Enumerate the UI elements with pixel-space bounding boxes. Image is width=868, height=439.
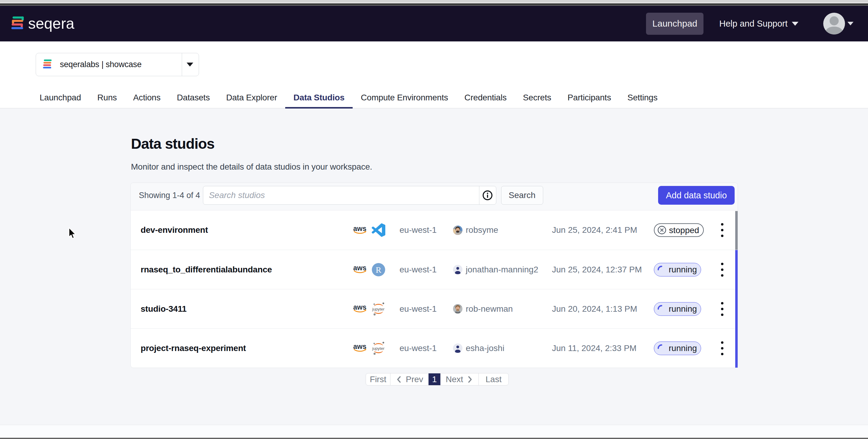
- pagination: First Prev 1 Next Last: [366, 373, 509, 385]
- user-avatar-photo: [453, 304, 462, 314]
- svg-text:aws: aws: [353, 225, 366, 232]
- page-title: Data studios: [131, 135, 214, 152]
- status-badge: stopped: [654, 223, 704, 237]
- region: eu-west-1: [400, 304, 437, 314]
- kebab-dot: [721, 223, 723, 225]
- svg-text:aws: aws: [353, 264, 366, 272]
- kebab-dot: [721, 234, 723, 237]
- status-label: running: [669, 265, 697, 275]
- tab-runs[interactable]: Runs: [89, 87, 125, 108]
- created-date: Jun 25, 2024, 2:41 PM: [552, 225, 637, 235]
- table-row[interactable]: rnaseq_to_differentialabundance aws: [131, 250, 738, 289]
- status-cell: running: [654, 341, 701, 355]
- user-cell: esha-joshi: [453, 343, 504, 353]
- add-data-studio-button[interactable]: Add data studio: [658, 186, 735, 205]
- table-row[interactable]: studio-3411 aws: [131, 289, 738, 328]
- tab-data-explorer[interactable]: Data Explorer: [218, 87, 285, 108]
- user-avatar: [823, 13, 845, 34]
- kebab-dot: [721, 229, 723, 231]
- tab-bar: Launchpad Runs Actions Datasets Data Exp…: [0, 87, 868, 108]
- platform-icons: aws: [353, 341, 385, 355]
- status-cell: running: [654, 302, 701, 316]
- running-spinner-icon: [657, 344, 666, 352]
- page-footer: [0, 425, 868, 438]
- user-menu[interactable]: [823, 13, 854, 34]
- chevron-down-icon: [847, 22, 854, 25]
- row-actions-kebab-menu[interactable]: [714, 218, 731, 242]
- user-avatar-photo: [453, 225, 462, 235]
- region: eu-west-1: [400, 343, 437, 353]
- svg-text:R: R: [376, 265, 381, 274]
- header-zone: seqeralabs | showcase Launchpad Runs Act…: [0, 41, 868, 108]
- help-and-support-menu[interactable]: Help and Support: [719, 19, 799, 29]
- region: eu-west-1: [400, 225, 437, 235]
- r-studio-icon: R: [372, 263, 385, 276]
- platform-icons: aws: [353, 223, 385, 237]
- studio-name[interactable]: dev-environment: [141, 225, 208, 235]
- tab-credentials[interactable]: Credentials: [456, 87, 515, 108]
- tab-data-studios[interactable]: Data Studios: [285, 87, 353, 108]
- tab-settings[interactable]: Settings: [619, 87, 666, 108]
- studio-name[interactable]: rnaseq_to_differentialabundance: [141, 265, 272, 275]
- running-spinner-icon: [657, 265, 666, 274]
- tab-compute-environments[interactable]: Compute Environments: [353, 87, 456, 108]
- divider: [182, 53, 182, 76]
- avatar-head-shape: [830, 16, 839, 25]
- workspace-dropdown-toggle[interactable]: [181, 53, 199, 76]
- tab-secrets[interactable]: Secrets: [515, 87, 559, 108]
- aws-logo-icon: aws: [353, 304, 368, 314]
- platform-icons: aws: [353, 302, 385, 316]
- tab-datasets[interactable]: Datasets: [169, 87, 218, 108]
- search-info-button[interactable]: [479, 186, 496, 205]
- brand-name: seqera: [28, 15, 74, 32]
- chevron-down-icon: [187, 63, 193, 66]
- status-label: running: [669, 343, 697, 353]
- row-actions-kebab-menu[interactable]: [714, 297, 731, 321]
- kebab-dot: [721, 341, 723, 344]
- user-cell: robsyme: [453, 225, 498, 235]
- tab-participants[interactable]: Participants: [559, 87, 619, 108]
- svg-text:aws: aws: [353, 343, 366, 350]
- status-badge: running: [654, 263, 701, 276]
- svg-text:aws: aws: [353, 304, 366, 311]
- kebab-dot: [721, 347, 723, 349]
- user-name: esha-joshi: [466, 343, 504, 353]
- status-label: running: [669, 304, 697, 314]
- studio-name[interactable]: studio-3411: [141, 304, 187, 314]
- search-button[interactable]: Search: [501, 186, 543, 205]
- scrollbar-thumb-gray[interactable]: [735, 211, 738, 250]
- pagination-next[interactable]: Next: [440, 373, 478, 385]
- user-cell: rob-newman: [453, 304, 513, 314]
- aws-logo-icon: aws: [353, 225, 368, 235]
- scrollbar-indicator-blue[interactable]: [735, 250, 738, 368]
- table-row[interactable]: project-rnaseq-experiment aws: [131, 328, 738, 368]
- seqera-logo-icon: [10, 16, 25, 31]
- search-input[interactable]: [203, 186, 479, 205]
- pagination-prev[interactable]: Prev: [390, 373, 428, 385]
- pagination-page-1[interactable]: 1: [428, 373, 440, 385]
- stopped-icon: [657, 226, 666, 234]
- pagination-last[interactable]: Last: [478, 373, 508, 385]
- user-name: jonathan-manning2: [466, 265, 538, 275]
- main-content: Data studios Monitor and inspect the det…: [0, 108, 868, 425]
- studio-name[interactable]: project-rnaseq-experiment: [141, 343, 246, 353]
- chevron-right-icon: [467, 375, 473, 384]
- created-date: Jun 11, 2024, 2:33 PM: [552, 343, 637, 353]
- row-actions-kebab-menu[interactable]: [714, 336, 731, 360]
- launchpad-button[interactable]: Launchpad: [646, 13, 704, 35]
- seqera-brand[interactable]: seqera: [10, 15, 74, 32]
- status-badge: running: [654, 302, 701, 316]
- tab-launchpad[interactable]: Launchpad: [31, 87, 89, 108]
- running-spinner-icon: [657, 305, 666, 313]
- user-avatar-generic: [453, 343, 462, 353]
- user-name: rob-newman: [466, 304, 513, 314]
- kebab-dot: [721, 274, 723, 277]
- table-row[interactable]: dev-environment aws: [131, 211, 738, 250]
- chrome-strip: [0, 0, 868, 3]
- top-navbar: seqera Launchpad Help and Support: [0, 6, 868, 41]
- workspace-selector[interactable]: seqeralabs | showcase: [36, 53, 199, 76]
- row-actions-kebab-menu[interactable]: [714, 258, 731, 282]
- pagination-first[interactable]: First: [366, 373, 390, 385]
- help-menu-label: Help and Support: [719, 19, 787, 29]
- tab-actions[interactable]: Actions: [125, 87, 168, 108]
